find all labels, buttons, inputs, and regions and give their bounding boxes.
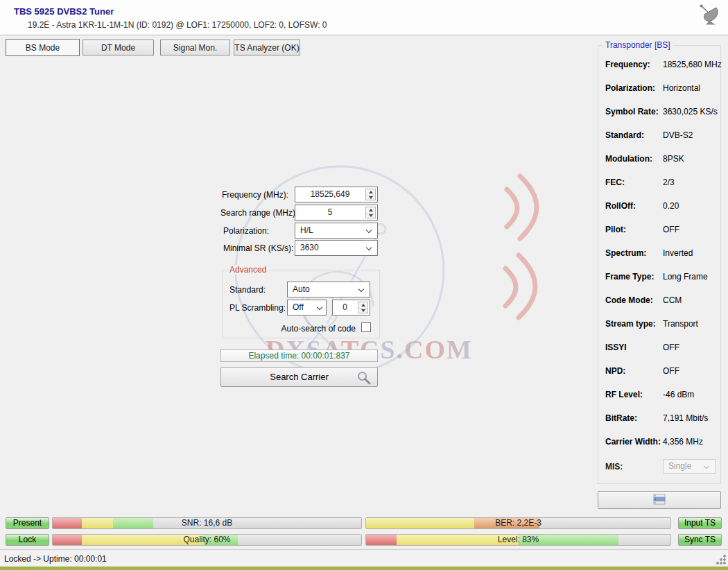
standard-value: Auto <box>293 282 310 297</box>
transponder-row: Stream type:Transport <box>598 312 720 336</box>
frequency-label: Frequency (MHz): <box>222 190 288 200</box>
transponder-row: Code Mode:CCM <box>598 288 720 312</box>
search-range-input[interactable]: 5 <box>295 205 378 221</box>
transponder-row: FEC:2/3 <box>598 171 720 194</box>
list-icon <box>653 494 666 507</box>
snr-gauge: SNR: 16,6 dB <box>52 517 362 529</box>
search-range-spinner[interactable] <box>365 207 376 218</box>
mis-label: MIS: <box>605 459 623 474</box>
transponder-row-value: 7,191 Mbit/s <box>663 406 708 430</box>
spin-down-icon[interactable] <box>366 213 375 218</box>
transponder-row-label: ISSYI <box>605 336 627 359</box>
window-title: TBS 5925 DVBS2 Tuner <box>14 6 114 17</box>
minimal-sr-value: 3630 <box>300 241 319 255</box>
present-indicator: Present <box>6 517 49 529</box>
polarization-label: Polarization: <box>223 226 269 236</box>
standard-select[interactable]: Auto <box>287 282 370 297</box>
transponder-row-value: 2/3 <box>663 171 675 194</box>
mis-value: Single <box>668 460 691 473</box>
ber-gauge: BER: 2,2E-3 <box>365 517 671 529</box>
transponder-row-value: OFF <box>663 359 679 383</box>
transponder-row-value: -46 dBm <box>663 383 694 406</box>
transponder-panel-title: Transponder [BS] <box>603 40 673 50</box>
transponder-row-label: Frame Type: <box>605 265 654 288</box>
transponder-row-value: OFF <box>663 218 679 241</box>
transponder-row: ISSYIOFF <box>598 336 720 359</box>
transponder-row: NPD:OFF <box>598 359 720 383</box>
transponder-row: Frequency:18525,680 MHz <box>598 53 720 76</box>
transponder-row-mis: MIS: Single <box>598 459 720 474</box>
transponder-row-label: RollOff: <box>605 194 636 218</box>
transponder-row: RollOff:0.20 <box>598 194 720 218</box>
transponder-row-label: Symbol Rate: <box>605 100 659 123</box>
chevron-down-icon <box>317 304 322 310</box>
standard-label: Standard: <box>229 285 266 295</box>
transponder-row-value: 3630,025 KS/s <box>663 100 718 123</box>
satellite-dish-icon <box>695 3 722 26</box>
tab-dt-mode[interactable]: DT Mode <box>83 40 154 55</box>
transponder-row-label: FEC: <box>605 171 625 194</box>
transponder-row-value: OFF <box>663 336 679 359</box>
transponder-row-label: BitRate: <box>605 406 637 430</box>
transponder-row-label: Modulation: <box>605 147 652 171</box>
quality-gauge-label: Quality: 60% <box>53 535 361 545</box>
tab-bs-mode[interactable]: BS Mode <box>6 39 80 56</box>
search-range-label: Search range (MHz): <box>220 208 297 218</box>
transponder-list-button[interactable] <box>598 491 721 509</box>
pl-code-spinner[interactable] <box>358 302 368 313</box>
level-gauge: Level: 83% <box>365 534 671 546</box>
lock-indicator: Lock <box>6 534 49 546</box>
transponder-row-label: Frequency: <box>605 53 650 76</box>
transponder-row-value: 18525,680 MHz <box>663 53 722 76</box>
transponder-row: RF Level:-46 dBm <box>598 383 720 406</box>
minimal-sr-select[interactable]: 3630 <box>295 240 378 256</box>
spin-up-icon[interactable] <box>366 189 375 195</box>
transponder-row-label: Code Mode: <box>605 288 653 312</box>
pl-code-value: 0 <box>334 300 356 315</box>
search-carrier-button[interactable]: Search Carrier <box>220 367 378 387</box>
spin-down-icon[interactable] <box>366 195 375 200</box>
transponder-row-label: RF Level: <box>605 383 643 406</box>
auto-search-checkbox[interactable] <box>361 322 371 332</box>
polarization-value: H/L <box>300 223 313 238</box>
elapsed-time-bar: Elapsed time: 00:00:01:837 <box>220 349 378 362</box>
spin-up-icon[interactable] <box>366 207 375 213</box>
transponder-row-value: Horizontal <box>663 76 700 100</box>
advanced-group-title: Advanced <box>227 265 269 275</box>
sync-ts-indicator: Sync TS <box>678 534 722 546</box>
pl-code-input[interactable]: 0 <box>332 300 370 316</box>
chevron-down-icon <box>358 286 364 292</box>
transponder-row-label: Pilot: <box>605 218 626 241</box>
ber-gauge-label: BER: 2,2E-3 <box>366 518 670 528</box>
transponder-row-value: Inverted <box>663 241 693 265</box>
transponder-row: Frame Type:Long Frame <box>598 265 720 288</box>
header: TBS 5925 DVBS2 Tuner 19.2E - Astra 1KR-1… <box>0 0 728 35</box>
search-range-value: 5 <box>297 205 363 220</box>
mis-select[interactable]: Single <box>663 459 716 474</box>
app-window: TBS 5925 DVBS2 Tuner 19.2E - Astra 1KR-1… <box>0 0 728 570</box>
pl-scrambling-value: Off <box>293 300 304 315</box>
snr-gauge-label: SNR: 16,6 dB <box>53 518 361 528</box>
chevron-down-icon <box>366 227 372 233</box>
transponder-row-value: DVB-S2 <box>663 123 693 147</box>
tab-signal-mon[interactable]: Signal Mon. <box>160 40 230 55</box>
pl-scrambling-select[interactable]: Off <box>287 300 327 316</box>
tuner-lnb-info: 19.2E - Astra 1KR-1L-1M-1N (ID: 0192) @ … <box>28 20 327 30</box>
resize-grip[interactable] <box>716 555 726 564</box>
transponder-row-value: Long Frame <box>663 265 708 288</box>
transponder-row-value: CCM <box>663 288 682 312</box>
status-text: Locked -> Uptime: 00:00:01 <box>4 554 107 564</box>
transponder-row: Pilot:OFF <box>598 218 720 241</box>
transponder-row-label: Stream type: <box>605 312 656 336</box>
transponder-row-value: Transport <box>663 312 698 336</box>
frequency-input[interactable]: 18525,649 <box>295 187 378 202</box>
search-carrier-label: Search Carrier <box>270 372 329 382</box>
spin-up-icon[interactable] <box>358 302 367 308</box>
spin-down-icon[interactable] <box>358 308 367 313</box>
polarization-select[interactable]: H/L <box>295 223 378 239</box>
frequency-value: 18525,649 <box>297 187 363 202</box>
transponder-row: Spectrum:Inverted <box>598 241 720 265</box>
tab-ts-analyzer-ok[interactable]: TS Analyzer (OK) <box>234 40 300 55</box>
frequency-spinner[interactable] <box>365 189 376 200</box>
transponder-row-label: Spectrum: <box>605 241 646 265</box>
